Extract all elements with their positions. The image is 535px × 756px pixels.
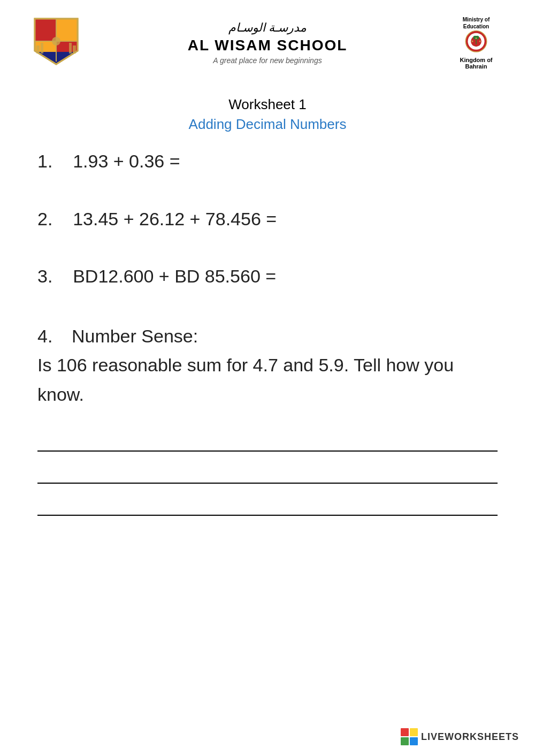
footer: LIVEWORKSHEETS (401, 728, 519, 745)
q4-number: 4. (37, 326, 52, 346)
arabic-school-name: مدرسـة الوسـام (96, 21, 439, 35)
lw-sq-yellow (410, 728, 418, 736)
questions-container: 1. 1.93 + 0.36 = 2. 13.45 + 26.12 + 78.4… (32, 149, 503, 516)
question-4: 4. Number Sense: Is 106 reasonable sum f… (37, 322, 498, 409)
school-tagline: A great place for new beginnings (96, 56, 439, 65)
svg-rect-9 (41, 43, 43, 54)
q2-number: 2. (37, 209, 52, 229)
header-center: مدرسـة الوسـام AL WISAM SCHOOL A great p… (86, 21, 449, 65)
answer-lines (37, 430, 498, 516)
liveworksheets-text: LIVEWORKSHEETS (421, 731, 519, 743)
lw-sq-red (401, 728, 409, 736)
svg-rect-11 (69, 43, 72, 54)
lw-sq-green (401, 737, 409, 745)
worksheet-title-area: Worksheet 1 Adding Decimal Numbers (32, 96, 503, 133)
q3-text: BD12.600 + BD 85.560 = (73, 266, 276, 286)
answer-line-3[interactable] (37, 494, 498, 516)
q2-text: 13.45 + 26.12 + 78.456 = (73, 209, 277, 229)
svg-marker-1 (35, 19, 56, 41)
liveworksheets-logo: LIVEWORKSHEETS (401, 728, 519, 745)
lw-icon (401, 728, 418, 745)
q1-number: 1. (37, 151, 52, 171)
q1-text: 1.93 + 0.36 = (73, 151, 180, 171)
school-name-english: AL WISAM SCHOOL (96, 37, 439, 54)
q3-number: 3. (37, 266, 52, 286)
ministry-text: Ministry of Education (449, 16, 503, 30)
answer-line-2[interactable] (37, 462, 498, 484)
svg-point-7 (52, 37, 60, 45)
worksheet-subtitle: Adding Decimal Numbers (32, 116, 503, 133)
answer-line-1[interactable] (37, 430, 498, 452)
svg-point-20 (472, 41, 473, 42)
worksheet-title: Worksheet 1 (32, 96, 503, 113)
header: مدرسـة الوسـام AL WISAM SCHOOL A great p… (32, 16, 503, 80)
svg-point-21 (479, 41, 481, 42)
lw-sq-blue (410, 737, 418, 745)
q4-subtext: Is 106 reasonable sum for 4.7 and 5.9. T… (37, 355, 454, 404)
school-crest-logo (32, 16, 86, 70)
ministry-logo: Ministry of Education Kingdom of Bahrain (449, 16, 503, 70)
question-3: 3. BD12.600 + BD 85.560 = (37, 264, 498, 289)
kingdom-text: Kingdom of Bahrain (449, 57, 503, 70)
q4-title: Number Sense: (72, 326, 198, 346)
svg-marker-2 (56, 19, 78, 41)
question-1: 1. 1.93 + 0.36 = (37, 149, 498, 174)
svg-point-22 (476, 37, 477, 39)
page: مدرسـة الوسـام AL WISAM SCHOOL A great p… (0, 0, 535, 756)
question-2: 2. 13.45 + 26.12 + 78.456 = (37, 207, 498, 232)
